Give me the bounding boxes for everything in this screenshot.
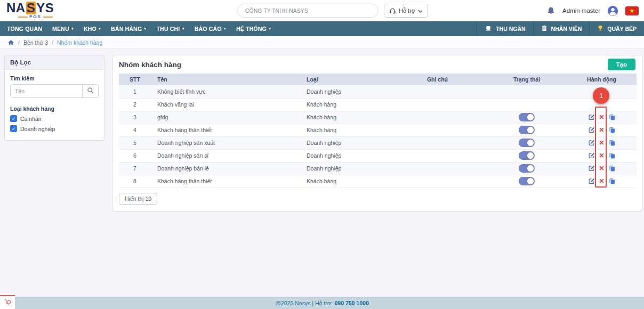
checkbox-label: Doanh nghiệp	[20, 126, 55, 132]
logo-na: NA	[6, 2, 26, 14]
nav-item-label: BÁN HÀNG	[111, 26, 142, 32]
action-group: ✕	[588, 139, 616, 147]
nav-item-menu[interactable]: MENU▾	[52, 26, 74, 32]
status-toggle[interactable]	[519, 164, 535, 173]
copy-icon[interactable]	[608, 113, 616, 121]
name-search-input[interactable]	[11, 85, 82, 97]
nav-item-bao-cao[interactable]: BÁO CÁO▾	[195, 26, 226, 32]
status-toggle[interactable]	[519, 177, 535, 185]
notifications-bell-icon[interactable]	[546, 6, 556, 15]
cell-status	[487, 175, 567, 188]
footer-phone: 090 750 1000	[335, 300, 369, 306]
nav-item-thu-chi[interactable]: THU CHI▾	[156, 26, 184, 32]
cell-type: Khách hàng	[300, 124, 388, 136]
delete-x-icon[interactable]: ✕	[599, 178, 605, 184]
create-button[interactable]: Tạo	[608, 59, 635, 70]
cell-type: Doanh nghiệp	[300, 85, 388, 98]
search-icon	[87, 87, 94, 95]
table-row: 2 Khách vãng lai Khách hàng	[119, 98, 637, 111]
delete-x-icon[interactable]: ✕	[599, 152, 605, 159]
cell-status	[487, 124, 567, 136]
action-group: ✕	[588, 126, 616, 134]
panel-footer: Hiển thị 10	[112, 188, 642, 211]
action-group: ✕	[588, 177, 616, 185]
footer-copyright: @2025 Nasys | Hỗ trợ:	[275, 300, 332, 306]
cell-stt: 1	[119, 85, 151, 98]
avatar[interactable]	[607, 5, 618, 17]
page-size-button[interactable]: Hiển thị 10	[119, 193, 157, 205]
support-button[interactable]: Hỗ trợ	[384, 4, 428, 18]
app-logo[interactable]: NASYS POS	[6, 2, 54, 19]
cell-stt: 8	[119, 175, 151, 188]
checkbox-doanh-nghiep[interactable]: ✓ Doanh nghiệp	[10, 125, 99, 132]
nav-item-label: BÁO CÁO	[195, 26, 222, 32]
edit-icon[interactable]	[588, 177, 595, 185]
checkbox-checked-icon[interactable]: ✓	[10, 115, 17, 122]
home-icon[interactable]	[7, 39, 14, 46]
debugbar-toggle[interactable]	[0, 295, 15, 309]
status-toggle[interactable]	[519, 151, 535, 160]
table-header-row: STT Tên Loại Ghi chú Trạng thái Hành độn…	[119, 74, 637, 85]
customer-group-panel: Nhóm khách hàng Tạo STT Tên Loại Ghi chú…	[112, 55, 642, 212]
page-title: Nhóm khách hàng	[119, 61, 181, 69]
edit-icon[interactable]	[588, 126, 595, 134]
nav-item-tong-quan[interactable]: TỔNG QUAN	[7, 26, 42, 32]
chevron-down-icon	[418, 7, 423, 14]
checkbox-checked-icon[interactable]: ✓	[10, 125, 17, 132]
copy-icon[interactable]	[608, 177, 616, 185]
edit-icon[interactable]	[588, 113, 595, 121]
cell-status-empty	[487, 98, 567, 111]
user-name[interactable]: Admin master	[562, 7, 600, 14]
nav-item-thu-ngan[interactable]: THU NGÂN	[477, 21, 533, 36]
nav-item-ban-hang[interactable]: BÁN HÀNG▾	[111, 26, 146, 32]
nav-item-he-thong[interactable]: HỆ THỐNG▾	[236, 26, 271, 32]
search-button[interactable]	[82, 85, 98, 97]
nav-item-quay-bep[interactable]: QUẦY BẾP	[589, 21, 644, 36]
status-toggle[interactable]	[519, 139, 535, 147]
delete-x-icon[interactable]: ✕	[599, 165, 605, 172]
copy-icon[interactable]	[608, 126, 616, 134]
support-label: Hỗ trợ	[399, 7, 415, 14]
cell-note	[388, 149, 487, 162]
cell-actions: ✕	[567, 149, 637, 162]
nav-item-kho[interactable]: KHO▾	[84, 26, 101, 32]
filter-panel-title: Bộ Lọc	[5, 55, 104, 70]
checkbox-label: Cá nhân	[20, 116, 42, 122]
delete-x-icon[interactable]: ✕	[599, 114, 605, 120]
navbar-right: THU NGÂN NHÂN VIÊN QUẦY BẾP	[477, 21, 644, 36]
cell-note	[388, 98, 487, 111]
col-header-trang-thai: Trạng thái	[487, 74, 567, 85]
app-window: NASYS POS Hỗ trợ Admin master	[0, 0, 644, 309]
table-row: 4 Khách hàng thân thiết Khách hàng ✕	[119, 124, 637, 136]
action-group: ✕	[588, 113, 616, 121]
checkbox-ca-nhan[interactable]: ✓ Cá nhân	[10, 115, 99, 122]
cell-note	[388, 136, 487, 149]
filter-panel-body: Tìm kiếm Loại khách hàng ✓ Cá nhân ✓ Doa…	[5, 70, 104, 140]
chevron-down-icon: ▾	[224, 27, 226, 31]
copy-icon[interactable]	[608, 152, 616, 159]
col-header-loai: Loại	[300, 74, 388, 85]
breadcrumb-parent-link[interactable]: Bên thứ 3	[23, 39, 48, 46]
nav-item-nhan-vien[interactable]: NHÂN VIÊN	[533, 21, 590, 36]
cell-stt: 3	[119, 111, 151, 124]
delete-x-icon[interactable]: ✕	[599, 140, 605, 146]
breadcrumb-current: Nhóm khách hàng	[57, 39, 102, 46]
status-toggle[interactable]	[519, 113, 535, 121]
edit-icon[interactable]	[588, 165, 595, 172]
company-search-input[interactable]	[237, 4, 379, 18]
language-flag[interactable]: ★	[625, 6, 639, 15]
status-toggle[interactable]	[519, 126, 535, 134]
chevron-down-icon: ▾	[269, 27, 271, 31]
copy-icon[interactable]	[608, 139, 616, 147]
headset-icon	[389, 7, 396, 14]
edit-icon[interactable]	[588, 152, 595, 159]
cell-status	[487, 162, 567, 175]
logo-ys: YS	[36, 2, 54, 14]
cell-actions: ✕	[567, 111, 637, 124]
debugbar-icon	[4, 298, 12, 308]
delete-x-icon[interactable]: ✕	[599, 127, 605, 133]
copy-icon[interactable]	[608, 165, 616, 172]
cell-name: Doanh nghiệp bán lẻ	[151, 162, 300, 175]
edit-icon[interactable]	[588, 139, 595, 147]
cell-type: Doanh nghiệp	[300, 162, 388, 175]
